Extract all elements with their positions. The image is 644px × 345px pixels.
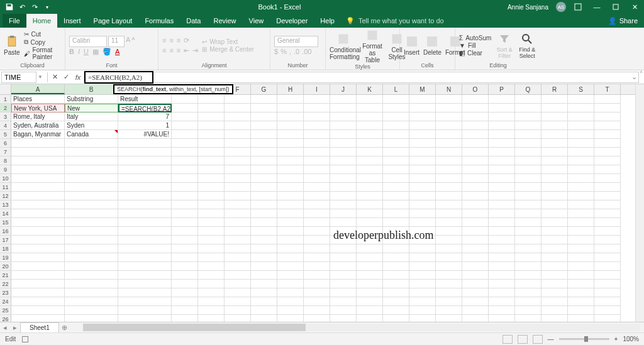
cell[interactable] [515, 183, 541, 192]
cell[interactable] [277, 315, 304, 322]
orientation-icon[interactable]: ⟳ [184, 36, 189, 45]
cell[interactable] [436, 306, 462, 315]
align-bottom-icon[interactable]: ≡ [177, 36, 180, 45]
cell[interactable] [225, 192, 251, 200]
cell[interactable] [118, 200, 172, 209]
cell[interactable]: New York, USA [11, 104, 65, 112]
cell[interactable] [118, 253, 172, 262]
cell[interactable] [277, 280, 304, 288]
cell[interactable] [515, 288, 541, 297]
col-header-J[interactable]: J [330, 84, 357, 94]
cell[interactable] [541, 280, 568, 288]
cell[interactable] [541, 165, 568, 174]
cell[interactable] [436, 297, 462, 306]
cell[interactable] [277, 174, 304, 183]
cell[interactable] [198, 121, 225, 130]
cell[interactable] [489, 297, 515, 306]
cell[interactable] [594, 95, 621, 104]
cell[interactable] [515, 148, 541, 156]
cell[interactable] [330, 271, 357, 280]
cell[interactable] [277, 218, 304, 227]
cell[interactable] [541, 130, 568, 139]
format-as-table-button[interactable]: Format as Table [361, 29, 384, 63]
zoom-level[interactable]: 100% [623, 336, 639, 342]
cell[interactable] [462, 139, 489, 148]
cell[interactable] [172, 95, 198, 104]
cell[interactable] [198, 288, 225, 297]
cell[interactable] [409, 244, 436, 253]
cut-button[interactable]: ✂Cut [24, 31, 61, 38]
cell[interactable] [251, 244, 277, 253]
cell[interactable] [172, 121, 198, 130]
cell[interactable] [198, 104, 225, 112]
cell[interactable] [462, 112, 489, 121]
cell[interactable] [304, 280, 330, 288]
cell[interactable] [357, 200, 383, 209]
cell[interactable] [65, 262, 118, 271]
underline-button[interactable]: U [84, 48, 89, 56]
cell[interactable] [462, 280, 489, 288]
cell[interactable] [462, 297, 489, 306]
cell[interactable] [277, 130, 304, 139]
cell[interactable] [11, 148, 65, 156]
cell[interactable] [594, 112, 621, 121]
cell[interactable] [251, 297, 277, 306]
cell[interactable] [462, 262, 489, 271]
cell[interactable] [515, 306, 541, 315]
row-header[interactable]: 22 [0, 280, 11, 288]
page-break-view-icon[interactable] [533, 335, 543, 344]
cell[interactable] [198, 165, 225, 174]
save-icon[interactable] [5, 3, 14, 11]
cell[interactable] [357, 218, 383, 227]
cell[interactable] [251, 218, 277, 227]
copy-button[interactable]: ⧉Copy [24, 38, 61, 46]
cell[interactable] [594, 306, 621, 315]
cell[interactable] [11, 236, 65, 244]
cell[interactable] [568, 130, 594, 139]
cell[interactable] [489, 165, 515, 174]
cell[interactable] [330, 130, 357, 139]
cell[interactable] [251, 139, 277, 148]
cell[interactable] [172, 306, 198, 315]
cell[interactable] [65, 288, 118, 297]
cell[interactable] [568, 262, 594, 271]
cell[interactable] [251, 200, 277, 209]
cell[interactable] [277, 288, 304, 297]
cell[interactable] [489, 271, 515, 280]
cell[interactable] [568, 200, 594, 209]
cell[interactable] [225, 112, 251, 121]
cell[interactable] [409, 174, 436, 183]
cell[interactable] [462, 183, 489, 192]
tab-file[interactable]: File [3, 14, 26, 28]
cell[interactable] [409, 130, 436, 139]
cell[interactable] [65, 253, 118, 262]
cell[interactable] [383, 315, 409, 322]
cell[interactable] [594, 218, 621, 227]
cell[interactable] [172, 288, 198, 297]
cell[interactable] [594, 315, 621, 322]
merge-center-button[interactable]: ⊞Merge & Center [202, 46, 254, 53]
cell[interactable] [118, 262, 172, 271]
cell[interactable] [541, 306, 568, 315]
cell[interactable] [172, 174, 198, 183]
cell[interactable] [198, 227, 225, 236]
cell[interactable] [489, 288, 515, 297]
cell[interactable] [304, 288, 330, 297]
cell[interactable]: 1 [118, 121, 172, 130]
cell[interactable] [277, 262, 304, 271]
cell[interactable] [568, 297, 594, 306]
tab-data[interactable]: Data [180, 14, 207, 28]
cell[interactable] [409, 112, 436, 121]
cell[interactable] [304, 148, 330, 156]
cell[interactable] [568, 165, 594, 174]
cell[interactable] [277, 95, 304, 104]
cell[interactable] [172, 209, 198, 218]
row-header[interactable]: 15 [0, 218, 11, 227]
cell[interactable] [251, 183, 277, 192]
col-header-A[interactable]: A [11, 84, 65, 94]
cell[interactable] [568, 121, 594, 130]
cell[interactable] [118, 183, 172, 192]
cell[interactable] [383, 121, 409, 130]
cell[interactable] [515, 271, 541, 280]
cell[interactable] [251, 112, 277, 121]
